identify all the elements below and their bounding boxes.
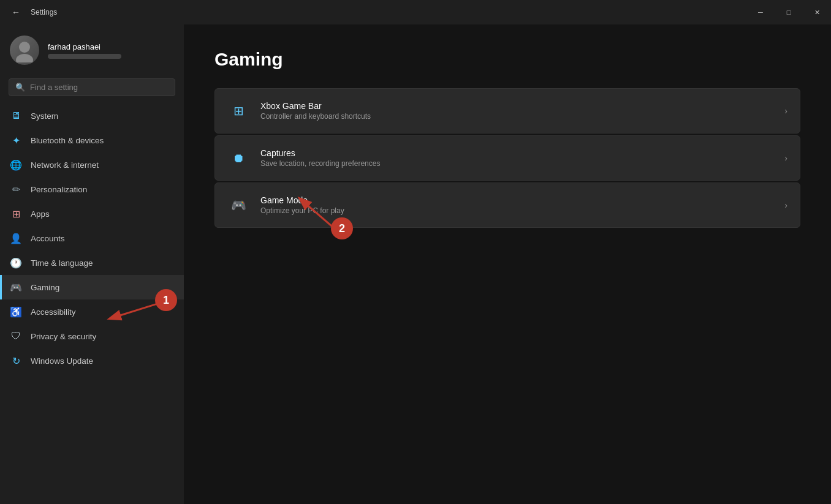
sidebar-item-network[interactable]: 🌐Network & internet — [0, 152, 184, 177]
sidebar-item-accounts[interactable]: 👤Accounts — [0, 226, 184, 250]
sidebar: farhad pashaei 🔍 🖥System✦Bluetooth & dev… — [0, 24, 184, 504]
sidebar-item-label-personalization: Personalization — [31, 185, 174, 194]
sidebar-item-label-gaming: Gaming — [31, 283, 174, 292]
game-mode-text: Game ModeOptimize your PC for play — [260, 195, 773, 215]
sidebar-item-apps[interactable]: ⊞Apps — [0, 201, 184, 226]
gaming-icon: 🎮 — [10, 281, 22, 293]
sidebar-item-accessibility[interactable]: ♿Accessibility — [0, 299, 184, 324]
setting-card-game-mode[interactable]: 🎮Game ModeOptimize your PC for play› — [214, 182, 800, 228]
user-info: farhad pashaei — [48, 42, 121, 59]
xbox-game-bar-text: Xbox Game BarController and keyboard sho… — [260, 101, 773, 121]
close-button[interactable]: ✕ — [803, 0, 831, 24]
sidebar-item-label-accounts: Accounts — [31, 234, 174, 243]
titlebar-controls: ─ □ ✕ — [746, 0, 831, 24]
captures-text: CapturesSave location, recording prefere… — [260, 148, 773, 168]
game-mode-subtitle: Optimize your PC for play — [260, 206, 773, 215]
app-container: farhad pashaei 🔍 🖥System✦Bluetooth & dev… — [0, 24, 831, 504]
search-input[interactable] — [30, 83, 169, 92]
captures-subtitle: Save location, recording preferences — [260, 159, 773, 168]
time-icon: 🕐 — [10, 257, 22, 269]
search-container: 🔍 — [0, 75, 184, 103]
network-icon: 🌐 — [10, 159, 22, 171]
bluetooth-icon: ✦ — [10, 134, 22, 146]
game-mode-chevron-icon: › — [784, 200, 787, 210]
back-button[interactable]: ← — [7, 4, 25, 21]
update-icon: ↻ — [10, 355, 22, 367]
captures-icon: ⏺ — [227, 147, 249, 169]
svg-point-1 — [16, 54, 33, 62]
setting-card-xbox-game-bar[interactable]: ⊞Xbox Game BarController and keyboard sh… — [214, 88, 800, 134]
avatar-image — [10, 36, 39, 65]
accessibility-icon: ♿ — [10, 306, 22, 318]
titlebar-title: Settings — [31, 8, 57, 17]
setting-card-captures[interactable]: ⏺CapturesSave location, recording prefer… — [214, 135, 800, 181]
sidebar-item-label-apps: Apps — [31, 209, 174, 219]
nav-list: 🖥System✦Bluetooth & devices🌐Network & in… — [0, 103, 184, 373]
maximize-button[interactable]: □ — [775, 0, 803, 24]
user-subtitle — [48, 54, 121, 59]
privacy-icon: 🛡 — [10, 330, 22, 342]
sidebar-item-bluetooth[interactable]: ✦Bluetooth & devices — [0, 128, 184, 152]
main-content: Gaming ⊞Xbox Game BarController and keyb… — [184, 24, 831, 504]
captures-title: Captures — [260, 148, 773, 158]
sidebar-item-label-system: System — [31, 111, 174, 121]
sidebar-item-label-update: Windows Update — [31, 356, 174, 366]
sidebar-item-system[interactable]: 🖥System — [0, 103, 184, 128]
personalization-icon: ✏ — [10, 183, 22, 195]
captures-chevron-icon: › — [784, 153, 787, 163]
search-box: 🔍 — [9, 78, 175, 96]
avatar — [10, 36, 39, 65]
sidebar-item-label-network: Network & internet — [31, 160, 174, 170]
sidebar-item-time[interactable]: 🕐Time & language — [0, 250, 184, 275]
xbox-game-bar-icon: ⊞ — [227, 100, 249, 122]
sidebar-item-privacy[interactable]: 🛡Privacy & security — [0, 324, 184, 348]
xbox-game-bar-chevron-icon: › — [784, 106, 787, 116]
settings-list: ⊞Xbox Game BarController and keyboard sh… — [214, 88, 800, 228]
sidebar-item-label-bluetooth: Bluetooth & devices — [31, 136, 174, 145]
apps-icon: ⊞ — [10, 208, 22, 220]
xbox-game-bar-subtitle: Controller and keyboard shortcuts — [260, 112, 773, 121]
system-icon: 🖥 — [10, 110, 22, 122]
page-title: Gaming — [214, 49, 800, 70]
user-profile[interactable]: farhad pashaei — [0, 24, 184, 75]
sidebar-item-label-accessibility: Accessibility — [31, 307, 174, 317]
search-icon: 🔍 — [15, 83, 25, 92]
game-mode-icon: 🎮 — [227, 194, 249, 216]
xbox-game-bar-title: Xbox Game Bar — [260, 101, 773, 111]
minimize-button[interactable]: ─ — [746, 0, 775, 24]
titlebar: ← Settings ─ □ ✕ — [0, 0, 831, 24]
sidebar-item-label-time: Time & language — [31, 258, 174, 268]
user-name: farhad pashaei — [48, 42, 121, 51]
sidebar-item-personalization[interactable]: ✏Personalization — [0, 177, 184, 201]
sidebar-item-update[interactable]: ↻Windows Update — [0, 348, 184, 373]
titlebar-left: ← Settings — [7, 4, 57, 21]
sidebar-item-label-privacy: Privacy & security — [31, 332, 174, 341]
game-mode-title: Game Mode — [260, 195, 773, 205]
sidebar-item-gaming[interactable]: 🎮Gaming — [0, 275, 184, 299]
accounts-icon: 👤 — [10, 232, 22, 244]
svg-point-0 — [19, 42, 30, 53]
